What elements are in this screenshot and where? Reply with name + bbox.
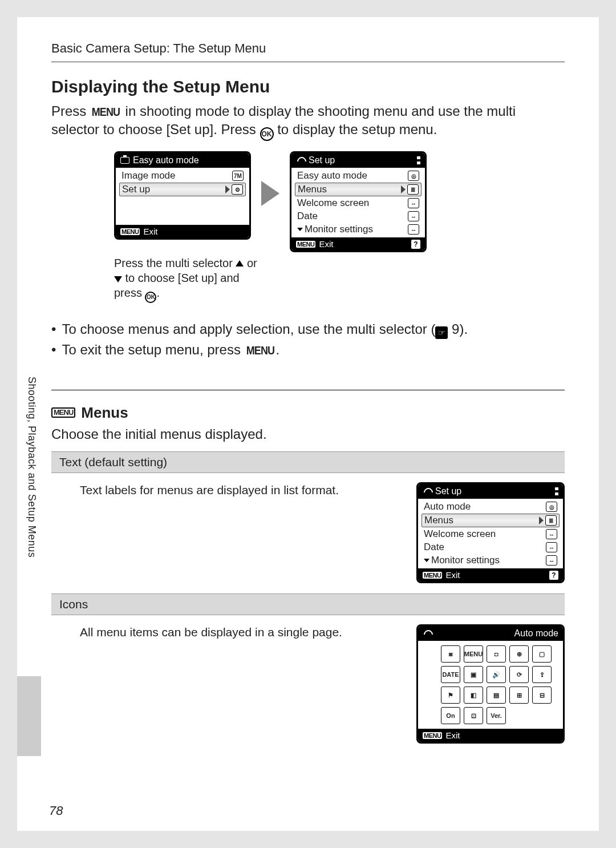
setup-icon: ⚙ [232, 184, 243, 195]
menu-word-icon: MENU [92, 104, 120, 120]
option-table: Text (default setting) Text labels for m… [51, 451, 565, 754]
chevron-right-icon [225, 185, 230, 193]
page-ref-icon: ☞ [435, 326, 448, 339]
lcd-row: Date-- [295, 210, 422, 223]
lcd-row-label: Date [297, 211, 408, 222]
exit-label: Exit [319, 239, 333, 249]
lcd-row: Date-- [422, 541, 560, 554]
lcd-row: Image mode 7M [119, 169, 246, 182]
intro-paragraph: Press MENU in shooting mode to display t… [51, 102, 565, 141]
lcd-row-label: Monitor settings [305, 224, 408, 235]
ok-icon: OK [145, 292, 156, 303]
menu-tag-icon: MENU [120, 228, 140, 235]
blank-icon: -- [408, 211, 419, 221]
triangle-down-icon [114, 276, 122, 282]
section-title: Displaying the Setup Menu [51, 77, 565, 96]
lcd-row: Monitor settings-- [422, 554, 560, 567]
bullet-item: To choose menus and apply selection, use… [51, 319, 565, 340]
grid-icon: ⟳ [509, 666, 529, 683]
lcd-text-mode: Set up Auto mode◎ Menus≣ Welcome screen-… [416, 482, 565, 583]
exit-label: Exit [445, 730, 460, 740]
grid-icon: ▢ [532, 645, 552, 663]
menus-heading: MENU Menus [51, 404, 565, 422]
menus-icon: ≣ [545, 515, 557, 526]
bullet1-a: To choose menus and apply selection, use… [62, 321, 435, 337]
screen-caption: Press the multi selector or to choose [S… [114, 256, 262, 303]
lcd-title-text: Set up [309, 155, 335, 165]
grid-icon: ⊟ [532, 687, 552, 704]
menu-icon-label: MENU [54, 409, 73, 417]
lcd-row-label: Welcome screen [424, 528, 546, 540]
grid-icon: ▣ [464, 666, 483, 683]
lcd-body: Auto mode◎ Menus≣ Welcome screen-- Date-… [418, 499, 563, 568]
screens-row: Easy auto mode Image mode 7M Set up ⚙ [114, 151, 565, 252]
grid-icon: ⇪ [532, 666, 552, 683]
lcd-footer: MENU Exit [116, 225, 249, 238]
lcd-row: Auto mode◎ [422, 500, 560, 513]
lcd-row-selected: Menus≣ [422, 514, 560, 527]
lcd-row-label: Date [424, 542, 546, 553]
menu-icon: MENU [51, 407, 75, 418]
lcd-row-label: Menus [424, 515, 539, 526]
lcd-row-label: Monitor settings [431, 555, 546, 566]
lcd-row-label: Auto mode [424, 501, 546, 512]
grid-icon: 🔊 [487, 666, 506, 683]
intro-text-a: Press [51, 103, 90, 119]
grid-icon: On [441, 707, 460, 724]
lcd-row: Monitor settings-- [295, 223, 422, 236]
lcd-footer: MENU Exit [418, 729, 563, 742]
option-desc: Text labels for menus are displayed in l… [80, 482, 402, 497]
lcd-footer: MENU Exit ? [291, 237, 425, 251]
grid-icon: ◧ [464, 687, 483, 704]
lcd-title: Set up [291, 153, 425, 168]
scroll-indicator-icon [555, 487, 558, 495]
scroll-indicator-icon [417, 156, 420, 164]
mode-icon: ◎ [408, 171, 419, 181]
menu-tag-icon: MENU [423, 732, 442, 739]
option-body: Text labels for menus are displayed in l… [51, 473, 565, 593]
grid-icon: ◙ [441, 645, 460, 663]
bullet1-b: ). [459, 321, 468, 337]
blank-icon: -- [408, 224, 419, 235]
ok-icon: OK [260, 127, 274, 141]
grid-icon: ▤ [487, 687, 506, 704]
blank-icon: -- [408, 198, 419, 208]
mode-icon: ◎ [546, 502, 557, 512]
lcd-title: Auto mode [418, 626, 563, 641]
wrench-icon [423, 487, 432, 496]
side-tab-label: Shooting, Playback and Setup Menus [26, 377, 38, 616]
lcd-row: Easy auto mode◎ [295, 169, 422, 182]
caption-b: or [244, 257, 257, 269]
menus-icon: ≣ [407, 184, 419, 195]
lcd-row: Welcome screen-- [422, 528, 560, 540]
exit-label: Exit [143, 227, 157, 236]
grid-icon: ◘ [487, 645, 506, 663]
grid-icon: ⊞ [509, 687, 529, 704]
lcd-title-text: Set up [435, 486, 461, 496]
camera-icon [120, 157, 129, 164]
page: Basic Camera Setup: The Setup Menu Displ… [0, 0, 616, 848]
lcd-body: Easy auto mode◎ Menus≣ Welcome screen-- … [291, 168, 425, 237]
chevron-right-icon [401, 185, 406, 193]
grid-icon: MENU [464, 645, 483, 663]
bullet-list: To choose menus and apply selection, use… [51, 319, 565, 360]
grid-icon: ⊡ [464, 707, 483, 724]
blank-icon: -- [546, 555, 557, 566]
exit-label: Exit [445, 570, 460, 580]
help-icon: ? [411, 240, 420, 249]
lcd-body: Image mode 7M Set up ⚙ [116, 168, 249, 225]
lcd-icons-mode: Auto mode ◙ MENU ◘ ⊕ ▢ DATE ▣ � [416, 624, 565, 744]
side-tab [17, 676, 41, 756]
grid-icon-blank [532, 707, 552, 724]
arrow-right-icon [261, 181, 279, 206]
bullet1-ref: 9 [452, 321, 459, 337]
grid-icon: ⊕ [509, 645, 529, 663]
lcd-row-label: Easy auto mode [297, 170, 408, 181]
lcd-row-selected: Menus≣ [295, 183, 422, 196]
menu-word-icon: MENU [246, 342, 274, 359]
section-separator [51, 390, 565, 390]
lcd-title: Set up [418, 484, 563, 499]
caption-a: Press the multi selector [114, 257, 236, 269]
lcd-body: ◙ MENU ◘ ⊕ ▢ DATE ▣ 🔊 ⟳ ⇪ ⚑ [418, 641, 563, 729]
chevron-right-icon [539, 516, 544, 524]
